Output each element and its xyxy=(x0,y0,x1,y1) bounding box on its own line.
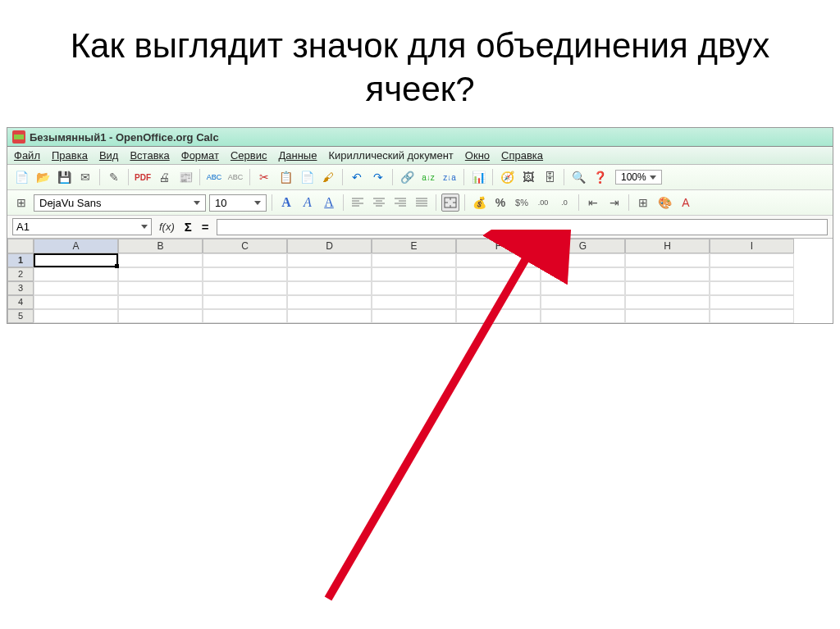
cell[interactable] xyxy=(203,281,287,295)
cell[interactable] xyxy=(203,267,287,281)
row-header[interactable]: 2 xyxy=(7,267,34,281)
cell[interactable] xyxy=(710,281,794,295)
fontcolor-icon[interactable]: A xyxy=(677,194,695,212)
cell[interactable] xyxy=(203,295,287,309)
row-header[interactable]: 3 xyxy=(7,281,34,295)
border-icon[interactable]: ⊞ xyxy=(634,194,652,212)
formula-input[interactable] xyxy=(217,219,828,235)
cell[interactable] xyxy=(710,267,794,281)
col-header[interactable]: F xyxy=(456,239,541,253)
redo-icon[interactable]: ↷ xyxy=(369,168,387,186)
menu-insert[interactable]: Вставка xyxy=(130,149,169,162)
cell[interactable] xyxy=(34,267,118,281)
bgcolor-icon[interactable]: 🎨 xyxy=(655,194,673,212)
cell[interactable] xyxy=(456,295,541,309)
cell[interactable] xyxy=(625,295,710,309)
cell[interactable] xyxy=(118,267,203,281)
cell[interactable] xyxy=(118,309,203,323)
function-wizard-icon[interactable]: f(x) xyxy=(157,221,177,233)
col-header[interactable]: C xyxy=(203,239,287,253)
row-header[interactable]: 1 xyxy=(7,253,34,267)
cut-icon[interactable]: ✂ xyxy=(255,168,273,186)
cell[interactable] xyxy=(34,309,118,323)
font-name-select[interactable]: DejaVu Sans xyxy=(34,194,206,212)
cell[interactable] xyxy=(118,295,203,309)
undo-icon[interactable]: ↶ xyxy=(348,168,366,186)
add-decimal-icon[interactable]: .00 xyxy=(534,194,552,212)
email-icon[interactable]: ✉ xyxy=(76,168,94,186)
style-icon[interactable]: ⊞ xyxy=(12,194,30,212)
align-right-icon[interactable] xyxy=(391,194,409,212)
pdf-icon[interactable]: PDF xyxy=(134,168,152,186)
spellcheck-off-icon[interactable]: ABC xyxy=(226,168,244,186)
name-box[interactable]: A1 xyxy=(12,218,152,235)
menu-cyrillic[interactable]: Кириллический документ xyxy=(328,149,453,162)
cell[interactable] xyxy=(710,253,794,267)
increase-indent-icon[interactable]: ⇥ xyxy=(605,194,623,212)
cell[interactable] xyxy=(34,253,118,267)
menu-edit[interactable]: Правка xyxy=(52,149,88,162)
merge-cells-icon[interactable] xyxy=(441,194,459,212)
col-header[interactable]: E xyxy=(372,239,456,253)
spellcheck-on-icon[interactable]: ABC xyxy=(205,168,223,186)
italic-icon[interactable]: A xyxy=(299,194,317,212)
cell[interactable] xyxy=(625,267,710,281)
cell[interactable] xyxy=(34,295,118,309)
underline-icon[interactable]: A xyxy=(320,194,338,212)
zoom-icon[interactable]: 🔍 xyxy=(569,168,587,186)
money-icon[interactable]: $% xyxy=(513,194,531,212)
row-header[interactable]: 5 xyxy=(7,309,34,323)
hyperlink-icon[interactable]: 🔗 xyxy=(398,168,416,186)
col-header[interactable]: H xyxy=(625,239,710,253)
cell[interactable] xyxy=(372,267,456,281)
menu-view[interactable]: Вид xyxy=(99,149,119,162)
menu-tools[interactable]: Сервис xyxy=(231,149,267,162)
cell[interactable] xyxy=(541,267,625,281)
cell[interactable] xyxy=(625,309,710,323)
cell[interactable] xyxy=(541,309,625,323)
justify-icon[interactable] xyxy=(413,194,431,212)
copy-icon[interactable]: 📋 xyxy=(276,168,294,186)
format-paint-icon[interactable]: 🖌 xyxy=(319,168,337,186)
decrease-indent-icon[interactable]: ⇤ xyxy=(584,194,602,212)
cell[interactable] xyxy=(287,281,372,295)
cell[interactable] xyxy=(118,281,203,295)
cell[interactable] xyxy=(287,295,372,309)
cell[interactable] xyxy=(625,253,710,267)
preview-icon[interactable]: 📰 xyxy=(176,168,194,186)
bold-icon[interactable]: A xyxy=(277,194,295,212)
zoom-select[interactable]: 100% xyxy=(615,170,662,185)
cell[interactable] xyxy=(456,267,541,281)
cell[interactable] xyxy=(372,295,456,309)
col-header[interactable]: I xyxy=(710,239,794,253)
sort-desc-icon[interactable]: z↓a xyxy=(441,168,459,186)
gallery-icon[interactable]: 🖼 xyxy=(519,168,537,186)
sum-icon[interactable]: Σ xyxy=(182,220,194,234)
open-icon[interactable]: 📂 xyxy=(34,168,52,186)
cell[interactable] xyxy=(372,253,456,267)
cell[interactable] xyxy=(203,309,287,323)
paste-icon[interactable]: 📄 xyxy=(298,168,316,186)
col-header[interactable]: A xyxy=(34,239,118,253)
cell[interactable] xyxy=(541,281,625,295)
currency-icon[interactable]: 💰 xyxy=(470,194,488,212)
cell[interactable] xyxy=(625,281,710,295)
cell[interactable] xyxy=(287,253,372,267)
print-icon[interactable]: 🖨 xyxy=(155,168,173,186)
cell[interactable] xyxy=(710,309,794,323)
help-icon[interactable]: ❓ xyxy=(591,168,609,186)
align-left-icon[interactable] xyxy=(349,194,367,212)
sort-asc-icon[interactable]: a↓z xyxy=(419,168,437,186)
cell[interactable] xyxy=(456,281,541,295)
cell[interactable] xyxy=(372,281,456,295)
cell[interactable] xyxy=(541,253,625,267)
save-icon[interactable]: 💾 xyxy=(55,168,73,186)
new-doc-icon[interactable]: 📄 xyxy=(12,168,30,186)
chart-icon[interactable]: 📊 xyxy=(469,168,487,186)
equals-icon[interactable]: = xyxy=(199,220,212,234)
percent-icon[interactable]: % xyxy=(491,194,509,212)
cell[interactable] xyxy=(287,267,372,281)
cell[interactable] xyxy=(541,295,625,309)
col-header[interactable]: G xyxy=(541,239,625,253)
grid-corner[interactable] xyxy=(7,239,34,253)
